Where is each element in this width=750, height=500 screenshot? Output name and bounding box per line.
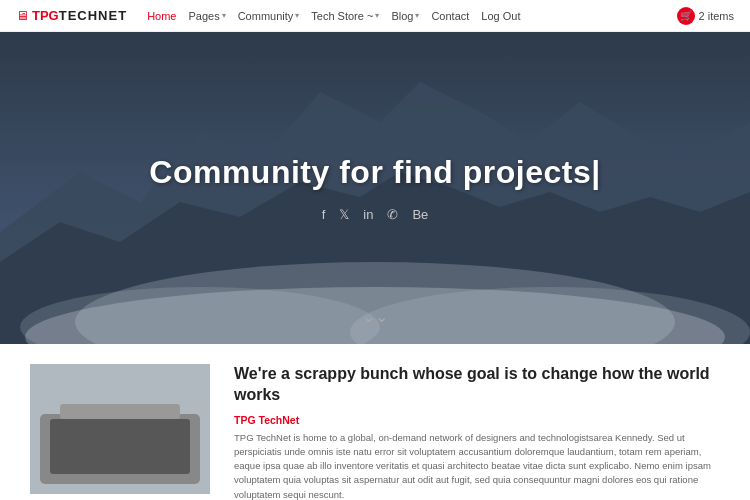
nav-contact[interactable]: Contact [431, 10, 469, 22]
nav-tech-store-label: Tech Store ~ [311, 10, 373, 22]
bottom-body: TPG TechNet is home to a global, on-dema… [234, 431, 720, 500]
hero-section: Community for find projects| f 𝕏 in ✆ Be… [0, 32, 750, 344]
hero-content: Community for find projects| f 𝕏 in ✆ Be [149, 154, 600, 222]
nav-home[interactable]: Home [147, 10, 176, 22]
bottom-subheading: TPG TechNet [234, 414, 720, 426]
social-links: f 𝕏 in ✆ Be [149, 207, 600, 222]
nav-blog-label: Blog [391, 10, 413, 22]
chevron-down-icon: ▾ [295, 11, 299, 20]
cart-button[interactable]: 🛒 2 items [677, 7, 734, 25]
bottom-image [30, 364, 210, 494]
navbar: 🖥 TPG TECHNET Home Pages ▾ Community ▾ T… [0, 0, 750, 32]
nav-pages-label: Pages [188, 10, 219, 22]
brand-icon: 🖥 [16, 8, 29, 23]
twitter-icon[interactable]: 𝕏 [339, 207, 349, 222]
cart-symbol: 🛒 [680, 10, 692, 21]
nav-links: Home Pages ▾ Community ▾ Tech Store ~ ▾ … [147, 10, 676, 22]
nav-community[interactable]: Community ▾ [238, 10, 300, 22]
hero-title: Community for find projects| [149, 154, 600, 191]
chevron-down-icon: ▾ [415, 11, 419, 20]
brand-name: TECHNET [59, 8, 127, 23]
cart-label: 2 items [699, 10, 734, 22]
bottom-section: We're a scrappy bunch whose goal is to c… [0, 344, 750, 500]
nav-pages[interactable]: Pages ▾ [188, 10, 225, 22]
nav-community-label: Community [238, 10, 294, 22]
facebook-icon[interactable]: f [322, 207, 326, 222]
behance-icon[interactable]: Be [412, 207, 428, 222]
linkedin-icon[interactable]: in [363, 207, 373, 222]
chevron-down-icon: ▾ [222, 11, 226, 20]
chevron-down-icon: ▾ [375, 11, 379, 20]
bottom-text: We're a scrappy bunch whose goal is to c… [234, 364, 720, 500]
cart-icon: 🛒 [677, 7, 695, 25]
nav-blog[interactable]: Blog ▾ [391, 10, 419, 22]
nav-logout[interactable]: Log Out [481, 10, 520, 22]
bottom-heading: We're a scrappy bunch whose goal is to c… [234, 364, 720, 406]
chevron-down-double-icon: ⌄⌄ [362, 308, 388, 325]
laptop-image [30, 364, 210, 494]
phone-icon[interactable]: ✆ [387, 207, 398, 222]
nav-tech-store[interactable]: Tech Store ~ ▾ [311, 10, 379, 22]
scroll-indicator[interactable]: ⌄⌄ [362, 307, 388, 326]
brand-tpg: TPG [32, 8, 59, 23]
brand[interactable]: 🖥 TPG TECHNET [16, 8, 127, 23]
